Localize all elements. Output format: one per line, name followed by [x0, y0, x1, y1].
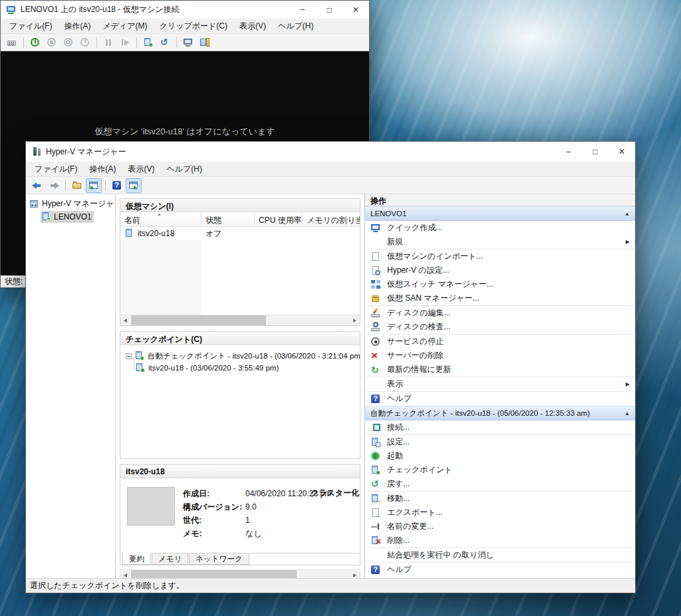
enhanced-session-button[interactable] [197, 35, 213, 50]
action-item[interactable]: ディスクの検査... [365, 320, 635, 334]
checkpoint-icon [370, 465, 381, 476]
action-item[interactable]: 仮想 SAN マネージャー... [365, 291, 635, 305]
console-tree-toggle-button[interactable] [86, 178, 102, 193]
column-header-3[interactable]: メモリの割り当て [303, 212, 360, 226]
action-item[interactable]: エクスポート... [365, 506, 635, 520]
action-label: 仮想マシンのインポート... [387, 251, 483, 262]
action-label: ディスクの検査... [387, 321, 450, 333]
action-item[interactable]: 名前の変更... [365, 520, 635, 534]
shutdown-button[interactable] [61, 35, 76, 50]
back-button[interactable] [29, 178, 45, 193]
toolbar-separator [23, 37, 24, 48]
scroll-thumb[interactable] [131, 315, 266, 325]
turn-off-button[interactable] [77, 35, 93, 50]
action-item[interactable]: ディスクの編集... [365, 306, 635, 320]
menu-h[interactable]: ヘルプ(H) [272, 19, 320, 34]
action-item[interactable]: 最新の情報に更新 [365, 363, 635, 377]
scroll-track[interactable] [131, 315, 349, 325]
hv-settings-icon [370, 265, 381, 276]
vmc-titlebar[interactable]: LENOVO1 上の itsv20-u18 - 仮想マシン接続 [1, 1, 369, 19]
scroll-thumb[interactable] [131, 570, 297, 578]
action-item[interactable]: 接続... [365, 420, 635, 434]
action-label: クイック作成... [387, 222, 442, 233]
menu-h[interactable]: ヘルプ(H) [160, 162, 208, 177]
collapse-toggle-icon[interactable] [126, 353, 132, 359]
vm-table-row[interactable]: itsv20-u18オフ [120, 227, 360, 240]
action-item[interactable]: サービスの停止 [365, 335, 635, 349]
tab-1[interactable]: メモリ [152, 553, 188, 565]
disk-inspect-icon [370, 322, 381, 333]
menu-f[interactable]: ファイル(F) [29, 162, 83, 177]
hvm-maximize-button[interactable] [582, 142, 609, 162]
menu-f[interactable]: ファイル(F) [3, 19, 58, 34]
action-item[interactable]: Hyper-V の設定... [365, 263, 635, 277]
actions-panel: 操作 LENOVO1▲クイック作成...新規▶仮想マシンのインポート...Hyp… [365, 194, 635, 578]
menu-c[interactable]: クリップボード(C) [154, 19, 233, 34]
action-group-header[interactable]: 自動チェックポイント - itsv20-u18 - (05/06/2020 - … [365, 406, 635, 420]
step-button[interactable] [117, 35, 133, 50]
checkpoint-root-item[interactable]: 自動チェックポイント - itsv20-u18 - (03/06/2020 - … [126, 350, 357, 362]
help-tb-button[interactable] [109, 178, 125, 193]
action-pane-toggle-button[interactable] [126, 178, 142, 193]
hvm-close-button[interactable] [609, 142, 635, 162]
delete-icon [370, 536, 381, 546]
hvm-minimize-button[interactable] [555, 142, 582, 162]
step-icon [120, 37, 130, 48]
action-item[interactable]: サーバーの削除 [365, 349, 635, 363]
menu-v[interactable]: 表示(V) [122, 162, 160, 177]
action-item[interactable]: クイック作成... [365, 221, 635, 235]
menu-m[interactable]: メディア(M) [96, 19, 153, 34]
action-item[interactable]: 新規▶ [365, 235, 635, 249]
scroll-left-button[interactable] [120, 570, 131, 578]
action-label: ヘルプ [387, 393, 412, 404]
vmc-minimize-button[interactable] [289, 1, 316, 19]
hvm-titlebar[interactable]: Hyper-V マネージャー [26, 142, 635, 162]
checkpoint-child-item[interactable]: itsv20-u18 - (03/06/2020 - 3:55:49 pm) [126, 362, 357, 374]
action-item[interactable]: 表示▶ [365, 377, 635, 391]
action-label: サーバーの削除 [387, 350, 444, 361]
action-item[interactable]: 仮想スイッチ マネージャー... [365, 277, 635, 291]
scroll-right-button[interactable] [349, 315, 360, 326]
vmc-close-button[interactable] [342, 1, 369, 19]
vmc-maximize-button[interactable] [316, 1, 342, 19]
action-group-header[interactable]: LENOVO1▲ [365, 206, 635, 221]
column-header-2[interactable]: CPU 使用率 [255, 212, 303, 226]
tab-0[interactable]: 要約 [122, 553, 151, 565]
action-item[interactable]: チェックポイント [365, 463, 635, 477]
menu-a[interactable]: 操作(A) [58, 19, 96, 34]
action-item[interactable]: 削除... [365, 534, 635, 547]
ctrl-alt-del-button[interactable] [4, 35, 20, 50]
revert-tb-button[interactable] [157, 35, 173, 50]
checkpoint-tb-button[interactable] [140, 35, 156, 50]
action-item[interactable]: ヘルプ [365, 563, 635, 577]
stop-button[interactable] [44, 35, 60, 50]
tree-item-lenovo1[interactable]: LENOVO1 [26, 210, 115, 223]
scroll-track[interactable] [131, 570, 349, 578]
vm-icon [124, 228, 135, 239]
action-item[interactable]: 結合処理を実行中 の取り消し [365, 548, 635, 562]
scroll-right-button[interactable] [349, 570, 360, 578]
rename-icon [370, 522, 381, 532]
action-item[interactable]: 設定... [365, 435, 635, 449]
action-item[interactable]: 移動... [365, 492, 635, 506]
pause-button[interactable] [100, 35, 116, 50]
hvm-statusbar: 選択したチェックポイントを削除します。 [26, 578, 635, 593]
revert-icon [370, 479, 381, 490]
tab-2[interactable]: ネットワーク [189, 553, 249, 565]
action-item[interactable]: 起動 [365, 449, 635, 463]
column-header-1[interactable]: 状態 [202, 212, 255, 226]
center-hscrollbar [120, 569, 360, 578]
monitor-tb-button[interactable] [180, 35, 196, 50]
forward-button[interactable] [46, 178, 62, 193]
menu-v[interactable]: 表示(V) [233, 19, 272, 34]
menu-a[interactable]: 操作(A) [83, 162, 122, 177]
action-item[interactable]: 仮想マシンのインポート... [365, 249, 635, 263]
details-tabs: 要約メモリネットワーク [120, 553, 360, 565]
action-item[interactable]: 戻す... [365, 477, 635, 491]
export-folder-button[interactable] [69, 178, 85, 193]
tree-item-hyperv-manager[interactable]: Hyper-V マネージャー [26, 198, 115, 210]
action-item[interactable]: ヘルプ [365, 392, 635, 406]
scroll-left-button[interactable] [120, 315, 131, 326]
start-button[interactable] [27, 35, 43, 50]
column-header-0[interactable]: 名前 [120, 212, 202, 226]
